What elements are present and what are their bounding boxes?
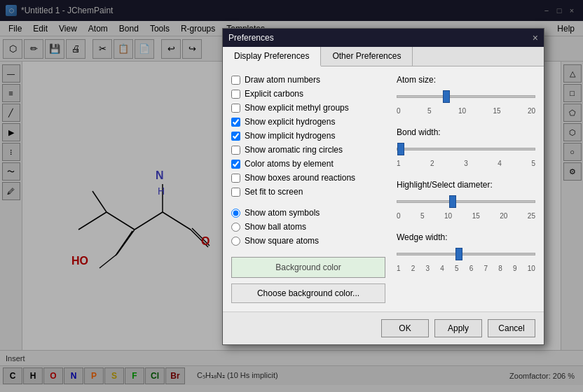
wedge-width-slider[interactable]: [397, 248, 535, 260]
checkbox-aromatic-ring: Show aromatic ring circles: [231, 145, 385, 155]
checkbox-color-atoms: Color atoms by element: [231, 159, 385, 169]
checkbox-boxes-reactions-input[interactable]: [231, 174, 240, 183]
dialog-content: Display Preferences Other Preferences Dr…: [223, 47, 544, 344]
bond-width-label: Bond width:: [397, 127, 535, 137]
dialog-body: Draw atom numbers Explicit carbons Show …: [223, 66, 544, 312]
highlight-diameter-slider[interactable]: [397, 195, 535, 208]
radio-show-square-atoms-input[interactable]: [231, 237, 240, 246]
preferences-dialog: Preferences × Display Preferences Other …: [222, 28, 544, 345]
radio-show-atom-symbols: Show atom symbols: [231, 208, 385, 218]
checkbox-implicit-hydrogens: Show implicit hydrogens: [231, 131, 385, 141]
wedge-width-slider-group: Wedge width: 1 2 3 4 5 6 7 8 9 10: [397, 232, 535, 272]
checkbox-draw-atom-numbers: Draw atom numbers: [231, 75, 385, 85]
ok-button[interactable]: OK: [381, 319, 429, 337]
checkbox-implicit-hydrogens-input[interactable]: [231, 132, 240, 141]
checkbox-implicit-hydrogens-label: Show implicit hydrogens: [245, 131, 335, 141]
checkbox-explicit-methyl-label: Show explicit methyl groups: [245, 103, 349, 113]
checkbox-fit-to-screen: Set fit to screen: [231, 187, 385, 197]
checkbox-explicit-carbons-label: Explicit carbons: [245, 89, 303, 99]
atom-size-ticks: 0 5 10 15 20: [397, 107, 535, 115]
checkbox-aromatic-ring-input[interactable]: [231, 146, 240, 155]
dialog-overlay: Preferences × Display Preferences Other …: [0, 0, 583, 392]
bond-width-slider[interactable]: [397, 143, 535, 155]
dialog-footer: OK Apply Cancel: [223, 312, 544, 344]
checkbox-explicit-hydrogens-label: Show explicit hydrogens: [245, 117, 335, 127]
dialog-close-button[interactable]: ×: [533, 32, 538, 43]
wedge-width-label: Wedge width:: [397, 232, 535, 242]
highlight-diameter-slider-group: Highlight/Select diameter: 0 5 10 15 20 …: [397, 180, 535, 220]
highlight-diameter-ticks: 0 5 10 15 20 25: [397, 212, 535, 220]
bond-width-ticks: 1 2 3 4 5: [397, 160, 535, 167]
checkbox-draw-atom-numbers-input[interactable]: [231, 76, 240, 85]
checkbox-fit-to-screen-input[interactable]: [231, 188, 240, 197]
checkbox-color-atoms-label: Color atoms by element: [245, 159, 334, 169]
dialog-title: Preferences: [228, 33, 274, 43]
background-color-box[interactable]: Background color: [231, 257, 385, 278]
checkbox-explicit-hydrogens-input[interactable]: [231, 118, 240, 127]
dialog-tabs: Display Preferences Other Preferences: [223, 47, 544, 66]
tab-display-preferences[interactable]: Display Preferences: [223, 47, 321, 66]
checkbox-boxes-reactions-label: Show boxes around reactions: [245, 173, 355, 183]
checkbox-explicit-methyl-input[interactable]: [231, 104, 240, 113]
apply-button[interactable]: Apply: [434, 319, 482, 337]
atom-size-label: Atom size:: [397, 75, 535, 85]
checkbox-draw-atom-numbers-label: Draw atom numbers: [245, 75, 320, 85]
checkbox-aromatic-ring-label: Show aromatic ring circles: [245, 145, 343, 155]
tab-other-preferences[interactable]: Other Preferences: [321, 47, 413, 66]
cancel-button[interactable]: Cancel: [488, 319, 535, 337]
checkbox-boxes-reactions: Show boxes around reactions: [231, 173, 385, 183]
radio-show-ball-atoms-input[interactable]: [231, 223, 240, 232]
choose-background-color-button[interactable]: Choose background color...: [231, 284, 385, 303]
checkbox-color-atoms-input[interactable]: [231, 160, 240, 169]
wedge-width-ticks: 1 2 3 4 5 6 7 8 9 10: [397, 265, 535, 272]
atom-size-slider-group: Atom size: 0 5 10 15 20: [397, 75, 535, 115]
radio-show-atom-symbols-label: Show atom symbols: [245, 208, 320, 218]
checkbox-fit-to-screen-label: Set fit to screen: [245, 187, 303, 197]
background-section: Background color Choose background color…: [231, 257, 385, 303]
checkbox-explicit-carbons: Explicit carbons: [231, 89, 385, 99]
bond-width-slider-group: Bond width: 1 2 3 4 5: [397, 127, 535, 167]
slider-panel: Atom size: 0 5 10 15 20 Bond width:: [397, 75, 535, 303]
radio-show-square-atoms: Show square atoms: [231, 236, 385, 246]
radio-show-ball-atoms: Show ball atoms: [231, 222, 385, 232]
radio-group-atom-display: Show atom symbols Show ball atoms Show s…: [231, 208, 385, 246]
checkbox-explicit-methyl: Show explicit methyl groups: [231, 103, 385, 113]
checkbox-explicit-hydrogens: Show explicit hydrogens: [231, 117, 385, 127]
checkbox-explicit-carbons-input[interactable]: [231, 90, 240, 99]
checkbox-panel: Draw atom numbers Explicit carbons Show …: [231, 75, 385, 303]
atom-size-slider[interactable]: [397, 90, 535, 103]
radio-show-ball-atoms-label: Show ball atoms: [245, 222, 306, 232]
radio-show-atom-symbols-input[interactable]: [231, 209, 240, 218]
radio-show-square-atoms-label: Show square atoms: [245, 236, 319, 246]
highlight-diameter-label: Highlight/Select diameter:: [397, 180, 535, 190]
dialog-title-bar: Preferences ×: [223, 29, 544, 47]
